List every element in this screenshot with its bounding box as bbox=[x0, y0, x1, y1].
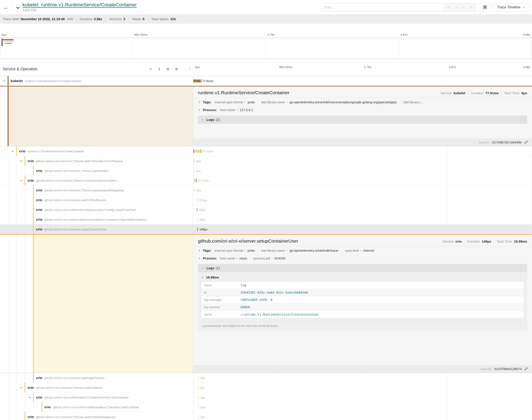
span-timeline-cell[interactable]: 77.08ms bbox=[193, 146, 532, 156]
span-timeline-cell[interactable]: 43μs bbox=[193, 215, 532, 225]
span-name-cell[interactable]: criogithub.com/cri-o/cri-o/internal/lib.… bbox=[0, 392, 193, 402]
service-color-bar bbox=[8, 87, 9, 146]
span-row[interactable]: criogithub.com/cri-o/cri-o/internal/conf… bbox=[0, 205, 532, 215]
span-detail-body: runtime.v1.RuntimeService/CreateContaine… bbox=[193, 87, 532, 146]
span-timeline-cell[interactable]: 20.17ms bbox=[193, 176, 532, 185]
indent-guide-line bbox=[8, 373, 8, 383]
span-name-cell[interactable]: crioruntime.v1.RuntimeService/CreateCont… bbox=[0, 146, 193, 156]
span-row[interactable]: kubeletruntime.v1.RuntimeService/CreateC… bbox=[0, 76, 532, 86]
span-name-cell[interactable]: criogithub.com/cri-o/cri-o/server.addOCI… bbox=[0, 195, 193, 205]
chevron-down-icon[interactable] bbox=[20, 159, 23, 162]
logs-count: (2) bbox=[216, 118, 220, 121]
collapse-trace-chevron-down-icon[interactable] bbox=[16, 6, 20, 10]
log-field-row: id92b82381-025c-4a64-815c-ba2e1bb08100 bbox=[201, 289, 524, 296]
timeline-tick-label: 3.56s bbox=[523, 33, 530, 36]
process-row[interactable]: Process:host.name=nixosprocess.pid=62428… bbox=[193, 254, 532, 262]
span-timeline-cell[interactable]: 1μs bbox=[193, 166, 532, 176]
span-row[interactable]: criogithub.com/cri-o/cri-o/internal/fact… bbox=[0, 215, 532, 225]
trace-title-link[interactable]: kubelet: runtime.v1.RuntimeService/Creat… bbox=[22, 2, 137, 8]
operation-name: github.com/cri-o/cri-o/server.(*Server).… bbox=[44, 169, 109, 173]
equals-sign: = bbox=[244, 249, 246, 252]
indent-guide-line bbox=[8, 215, 8, 224]
span-timeline-cell[interactable]: 3μs bbox=[193, 392, 532, 402]
span-timeline-cell[interactable]: 24μs bbox=[193, 205, 532, 215]
span-name-cell[interactable]: criogithub.com/cri-o/cri-o/server.(*Serv… bbox=[0, 383, 193, 392]
chevron-down-icon[interactable] bbox=[11, 150, 14, 152]
service-color-bar bbox=[33, 235, 34, 373]
span-timeline-cell[interactable]: 151μs bbox=[193, 195, 532, 205]
span-name-cell[interactable]: criogithub.com/cri-o/cri-o/server.(*Serv… bbox=[0, 156, 193, 166]
span-timeline-cell[interactable]: 0μs bbox=[193, 402, 532, 412]
collapse-all-double-chevron-down-icon[interactable] bbox=[166, 67, 170, 71]
span-row[interactable]: criogithub.com/cri-o/cri-o/internal/lib/… bbox=[0, 402, 532, 412]
span-row[interactable]: criogithub.com/cri-o/cri-o/server.(*Serv… bbox=[0, 185, 532, 195]
chevron-down-icon[interactable] bbox=[3, 79, 6, 82]
timeline-tick-label: 1.78s bbox=[364, 65, 371, 69]
expand-all-double-chevron-right-icon[interactable] bbox=[175, 67, 178, 71]
keyboard-shortcuts-button[interactable]: ⌘ bbox=[479, 3, 491, 12]
span-row[interactable]: criogithub.com/cri-o/cri-o/server.(*Serv… bbox=[0, 176, 532, 185]
span-row[interactable]: criogithub.com/cri-o/cri-o/server.(*Serv… bbox=[0, 166, 532, 176]
collapse-one-chevron-down-icon[interactable] bbox=[149, 67, 153, 71]
span-name: criogithub.com/cri-o/cri-o/server.setupC… bbox=[0, 227, 193, 231]
span-row[interactable]: criogithub.com/cri-o/cri-o/server.addIma… bbox=[0, 373, 532, 383]
minimap-scrubber-handle[interactable] bbox=[1, 39, 3, 46]
logs-section-header[interactable]: Logs(2) bbox=[198, 116, 527, 124]
span-name-cell[interactable]: kubeletruntime.v1.RuntimeService/CreateC… bbox=[0, 76, 193, 86]
process-row[interactable]: Process:host.name=127.0.0.1 bbox=[193, 106, 532, 114]
span-row[interactable]: criogithub.com/cri-o/cri-o/server.(*Serv… bbox=[0, 156, 532, 166]
span-name-cell[interactable]: criogithub.com/cri-o/cri-o/server.(*Serv… bbox=[0, 185, 193, 195]
span-timeline-cell[interactable]: 8μs bbox=[193, 156, 532, 166]
chevron-down-icon[interactable] bbox=[20, 179, 23, 182]
find-next-chevron-down-icon[interactable] bbox=[462, 6, 465, 9]
span-duration-bar bbox=[194, 169, 194, 172]
link-icon[interactable] bbox=[524, 140, 528, 144]
meta-value: 0μs bbox=[521, 91, 527, 95]
span-name-cell[interactable]: criogithub.com/cri-o/cri-o/server.(*Serv… bbox=[0, 166, 193, 176]
operation-name: github.com/cri-o/cri-o/server.(*Server).… bbox=[36, 179, 117, 182]
span-name-cell[interactable]: criogithub.com/cri-o/cri-o/server.addIma… bbox=[0, 373, 193, 383]
operation-name: github.com/cri-o/cri-o/server.(*Server).… bbox=[36, 415, 115, 419]
chevron-down-icon[interactable] bbox=[20, 386, 23, 389]
locate-icon[interactable] bbox=[447, 6, 450, 9]
find-input[interactable] bbox=[321, 3, 443, 11]
span-name-cell[interactable]: criogithub.com/cri-o/cri-o/server.setupC… bbox=[0, 225, 193, 234]
span-name-cell[interactable]: criogithub.com/cri-o/cri-o/internal/lib/… bbox=[0, 402, 193, 412]
minimap-selected-span-bar bbox=[5, 43, 12, 44]
link-icon[interactable] bbox=[524, 367, 528, 371]
service-color-bar bbox=[16, 146, 17, 156]
log-field-row: log.severityDEBUG bbox=[201, 304, 524, 311]
back-button[interactable]: ← bbox=[0, 0, 12, 15]
span-name-cell[interactable]: criogithub.com/cri-o/cri-o/server.(*Serv… bbox=[0, 176, 193, 185]
span-timeline-cell[interactable]: 0μs bbox=[193, 373, 532, 383]
span-name-cell[interactable]: criogithub.com/cri-o/cri-o/internal/conf… bbox=[0, 205, 193, 215]
span-duration-label: 43μs bbox=[199, 218, 205, 221]
find-prev-chevron-up-icon[interactable] bbox=[454, 6, 458, 9]
span-timeline-cell[interactable]: 77.61ms bbox=[193, 76, 532, 86]
tags-row[interactable]: Tags:internal.span.format=protootel.libr… bbox=[193, 247, 532, 254]
column-resize-grip[interactable] bbox=[189, 67, 190, 70]
service-color-bar bbox=[24, 412, 26, 420]
span-name-cell[interactable]: criogithub.com/cri-o/cri-o/internal/fact… bbox=[0, 215, 193, 225]
chevron-down-icon[interactable] bbox=[28, 396, 31, 399]
span-timeline-cell[interactable]: 149μs bbox=[193, 225, 532, 234]
span-row[interactable]: crioruntime.v1.RuntimeService/CreateCont… bbox=[0, 146, 532, 156]
span-timeline-cell[interactable]: 0μs bbox=[193, 185, 532, 195]
span-timeline-cell[interactable]: 6μs bbox=[193, 383, 532, 392]
span-name-cell[interactable]: criogithub.com/cri-o/cri-o/server.(*Serv… bbox=[0, 412, 193, 420]
log-entry-header[interactable]: 19.99ms bbox=[201, 273, 524, 281]
trace-minimap[interactable] bbox=[0, 38, 532, 59]
span-timeline-cell[interactable]: 0μs bbox=[193, 412, 532, 420]
find-clear-x-icon[interactable] bbox=[469, 6, 473, 9]
span-row[interactable]: criogithub.com/cri-o/cri-o/server.(*Serv… bbox=[0, 383, 532, 392]
span-name: criogithub.com/cri-o/cri-o/internal/fact… bbox=[0, 218, 193, 222]
process-label: Process: bbox=[203, 108, 217, 112]
span-row[interactable]: criogithub.com/cri-o/cri-o/server.(*Serv… bbox=[0, 412, 532, 420]
logs-section-header[interactable]: Logs(1) bbox=[198, 264, 527, 272]
span-row[interactable]: criogithub.com/cri-o/cri-o/server.setupC… bbox=[0, 225, 532, 234]
expand-one-chevron-right-icon[interactable] bbox=[157, 67, 161, 71]
tags-row[interactable]: Tags:internal.span.format=protootel.libr… bbox=[193, 98, 532, 106]
span-row[interactable]: criogithub.com/cri-o/cri-o/server.addOCI… bbox=[0, 195, 532, 205]
view-dropdown-button[interactable]: Trace Timeline bbox=[494, 3, 529, 12]
span-row[interactable]: criogithub.com/cri-o/cri-o/internal/lib.… bbox=[0, 392, 532, 402]
